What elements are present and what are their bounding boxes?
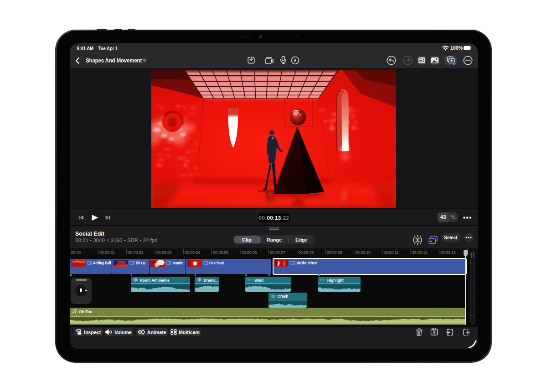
- svg-text:00:00:10: 00:00:10: [355, 250, 371, 254]
- svg-text:00:00:03: 00:00:03: [156, 250, 172, 254]
- svg-text:00:00:02: 00:00:02: [128, 250, 144, 254]
- svg-text:00:00: 00:00: [71, 250, 81, 254]
- svg-text:00:00:08: 00:00:08: [299, 250, 314, 254]
- svg-text:00:00:07: 00:00:07: [270, 250, 285, 254]
- svg-text:100%: 100%: [450, 45, 463, 51]
- svg-text:00:00:09: 00:00:09: [327, 250, 342, 254]
- svg-text:00:00:12: 00:00:12: [412, 250, 428, 254]
- svg-text:00:00:06: 00:00:06: [242, 250, 257, 254]
- svg-text:00:00:13: 00:00:13: [440, 250, 456, 254]
- svg-text:00:00:05: 00:00:05: [213, 250, 229, 254]
- svg-text:00:00:04: 00:00:04: [185, 250, 200, 254]
- svg-text:00:00:01: 00:00:01: [99, 250, 115, 254]
- svg-text:00:00:11: 00:00:11: [384, 250, 399, 254]
